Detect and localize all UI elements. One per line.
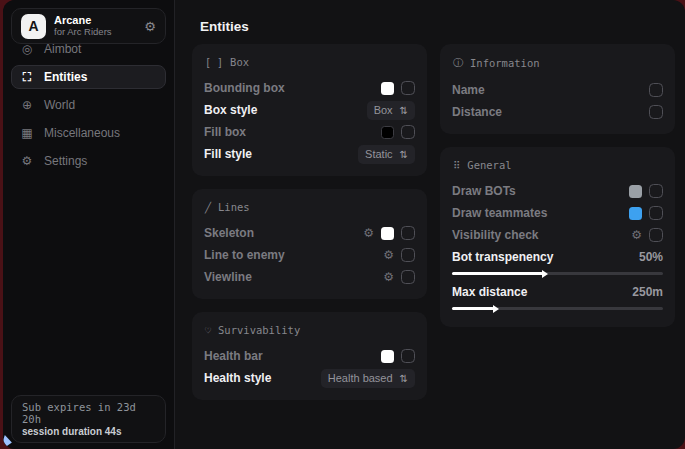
- row-distance: Distance: [452, 101, 663, 123]
- aimbot-icon: ◎: [20, 42, 34, 56]
- checkbox-bounding-box[interactable]: [401, 81, 415, 95]
- row-label: Health style: [204, 371, 271, 385]
- panel-header-lines: ╱Lines: [205, 201, 415, 213]
- chevron-updown-icon: ⇅: [400, 373, 408, 384]
- panel-title: Box: [230, 56, 249, 68]
- subscription-card: Sub expires in 23d 20h session duration …: [11, 395, 166, 443]
- color-swatch[interactable]: [381, 227, 394, 240]
- left-column: [ ]BoxBounding boxBox styleBox⇅Fill boxF…: [192, 44, 427, 400]
- lines-icon: ╱: [205, 202, 211, 213]
- row-skeleton: Skeleton⚙: [204, 222, 415, 244]
- sidebar-item-label: Entities: [44, 70, 87, 84]
- row-label: Viewline: [204, 270, 252, 284]
- sidebar-item-world[interactable]: ⊕World: [11, 93, 166, 117]
- checkbox-draw-bots[interactable]: [649, 184, 663, 198]
- checkbox-fill-box[interactable]: [401, 125, 415, 139]
- gear-icon[interactable]: ⚙: [383, 249, 394, 261]
- row-visibility-check: Visibility check⚙: [452, 224, 663, 246]
- checkbox-line-to-enemy[interactable]: [401, 248, 415, 262]
- panel-header-survivability: ♡Survivability: [205, 324, 415, 336]
- dropdown-value: Static: [365, 148, 393, 160]
- row-label: Draw teammates: [452, 206, 547, 220]
- panel-lines: ╱LinesSkeleton⚙Line to enemy⚙Viewline⚙: [192, 189, 427, 299]
- row-label: Bounding box: [204, 81, 285, 95]
- checkbox-distance[interactable]: [649, 105, 663, 119]
- row-label: Box style: [204, 103, 257, 117]
- session-duration-text: session duration 44s: [22, 426, 155, 437]
- checkbox-draw-teammates[interactable]: [649, 206, 663, 220]
- brand-card: A Arcane for Arc Riders ⚙: [11, 8, 166, 44]
- color-swatch[interactable]: [629, 207, 642, 220]
- brand-logo: A: [21, 14, 46, 39]
- sub-expiry-text: Sub expires in 23d 20h: [22, 401, 155, 425]
- color-swatch[interactable]: [381, 350, 394, 363]
- row-label: Max distance: [452, 285, 527, 299]
- checkbox-health-bar[interactable]: [401, 349, 415, 363]
- mouse-cursor: [3, 435, 13, 449]
- miscellaneous-icon: ▦: [20, 126, 34, 140]
- brand-name: Arcane: [54, 14, 112, 27]
- chevron-updown-icon: ⇅: [400, 105, 408, 116]
- row-bot-transpenency: Bot transpenency50%: [452, 246, 663, 281]
- row-max-distance: Max distance250m: [452, 281, 663, 316]
- row-draw-teammates: Draw teammates: [452, 202, 663, 224]
- checkbox-viewline[interactable]: [401, 270, 415, 284]
- dropdown-fill-style[interactable]: Static⇅: [358, 145, 415, 164]
- row-label: Health bar: [204, 349, 263, 363]
- panel-title: Lines: [218, 201, 250, 213]
- sidebar-item-label: World: [44, 98, 75, 112]
- slider-bot-transpenency[interactable]: [452, 272, 663, 275]
- entities-icon: ⛶: [20, 70, 34, 84]
- row-label: Skeleton: [204, 226, 254, 240]
- panel-title: Information: [470, 57, 540, 69]
- gear-icon[interactable]: ⚙: [383, 271, 394, 283]
- survivability-icon: ♡: [205, 325, 211, 336]
- row-label: Visibility check: [452, 228, 539, 242]
- slider-value-bot-transpenency: 50%: [639, 250, 663, 264]
- chevron-updown-icon: ⇅: [400, 149, 408, 160]
- color-swatch[interactable]: [629, 185, 642, 198]
- panel-header-box: [ ]Box: [205, 56, 415, 68]
- sidebar-item-label: Miscellaneous: [44, 126, 120, 140]
- panel-survivability: ♡SurvivabilityHealth barHealth styleHeal…: [192, 312, 427, 400]
- gear-icon[interactable]: ⚙: [363, 227, 374, 239]
- sidebar-item-settings[interactable]: ⚙Settings: [11, 149, 166, 173]
- row-health-style: Health styleHealth based⇅: [204, 367, 415, 389]
- panel-header-information: ⓘInformation: [453, 56, 663, 70]
- row-health-bar: Health bar: [204, 345, 415, 367]
- slider-fill: [452, 272, 543, 275]
- slider-max-distance[interactable]: [452, 307, 663, 310]
- panel-information: ⓘInformationNameDistance: [440, 44, 675, 134]
- row-label: Distance: [452, 105, 502, 119]
- right-column: ⓘInformationNameDistance⠿GeneralDraw BOT…: [440, 44, 675, 327]
- row-label: Bot transpenency: [452, 250, 553, 264]
- dropdown-health-style[interactable]: Health based⇅: [321, 369, 415, 388]
- row-label: Fill style: [204, 147, 252, 161]
- app-window: A Arcane for Arc Riders ⚙ Category ◎Aimb…: [3, 0, 685, 449]
- sidebar-item-label: Settings: [44, 154, 87, 168]
- dropdown-box-style[interactable]: Box⇅: [367, 101, 415, 120]
- panel-title: General: [467, 159, 511, 171]
- row-viewline: Viewline⚙: [204, 266, 415, 288]
- checkbox-skeleton[interactable]: [401, 226, 415, 240]
- gear-icon[interactable]: ⚙: [144, 19, 156, 34]
- world-icon: ⊕: [20, 98, 34, 112]
- gear-icon[interactable]: ⚙: [631, 229, 642, 241]
- row-fill-box: Fill box: [204, 121, 415, 143]
- sidebar-nav: ◎Aimbot⛶Entities⊕World▦Miscellaneous⚙Set…: [3, 37, 174, 173]
- row-fill-style: Fill styleStatic⇅: [204, 143, 415, 165]
- row-name: Name: [452, 79, 663, 101]
- color-swatch[interactable]: [381, 126, 394, 139]
- settings-icon: ⚙: [20, 154, 34, 168]
- panel-general: ⠿GeneralDraw BOTsDraw teammatesVisibilit…: [440, 147, 675, 327]
- slider-value-max-distance: 250m: [632, 285, 663, 299]
- row-line-to-enemy: Line to enemy⚙: [204, 244, 415, 266]
- sidebar-item-miscellaneous[interactable]: ▦Miscellaneous: [11, 121, 166, 145]
- main-content: Entities [ ]BoxBounding boxBox styleBox⇅…: [176, 0, 685, 449]
- panel-header-general: ⠿General: [453, 159, 663, 171]
- checkbox-name[interactable]: [649, 83, 663, 97]
- sidebar-item-entities[interactable]: ⛶Entities: [11, 65, 166, 89]
- sidebar: A Arcane for Arc Riders ⚙ Category ◎Aimb…: [3, 0, 175, 449]
- checkbox-visibility-check[interactable]: [649, 228, 663, 242]
- color-swatch[interactable]: [381, 82, 394, 95]
